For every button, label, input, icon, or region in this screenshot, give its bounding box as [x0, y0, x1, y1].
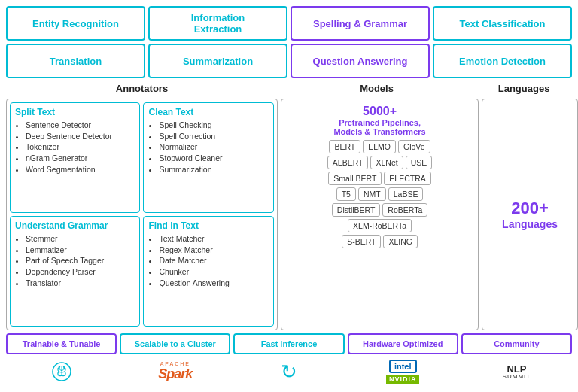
bottom-badges: Trainable & Tunable Scalable to a Cluste… [6, 333, 572, 354]
model-tag: XLM-RoBERTa [348, 219, 412, 232]
badge-fast-inference[interactable]: Fast Inference [233, 333, 344, 354]
logo-nlp-summit: NLP SUMMIT [461, 357, 572, 386]
cap-text-classification[interactable]: Text Classification [433, 6, 572, 41]
list-item: Part of Speech Tagger [26, 255, 135, 266]
brain-icon [50, 360, 74, 384]
model-tag: XLING [383, 235, 418, 248]
models-header: Models [278, 83, 476, 94]
annotator-understand-grammar: Understand Grammar Stemmer Lemmatizer Pa… [10, 216, 140, 327]
cap-translation[interactable]: Translation [6, 44, 145, 78]
model-row: XLM-RoBERTa [286, 219, 473, 232]
clean-text-list: Spell Checking Spell Correction Normaliz… [148, 120, 268, 175]
find-in-text-title: Find in Text [148, 220, 268, 231]
model-row: DistilBERT RoBERTa [286, 203, 473, 217]
cap-question-answering[interactable]: Question Answering [291, 44, 430, 78]
nvidia-logo: NVIDIA [386, 375, 420, 384]
list-item: Word Segmentation [26, 164, 135, 175]
model-row: T5 NMT LaBSE [286, 187, 473, 201]
annotator-clean-text: Clean Text Spell Checking Spell Correcti… [143, 102, 273, 213]
capabilities-grid: Entity Recognition InformationExtraction… [6, 6, 572, 78]
list-item: Sentence Detector [26, 120, 135, 131]
split-text-title: Split Text [15, 107, 135, 117]
cap-summarization[interactable]: Summarization [148, 44, 287, 78]
annotator-find-in-text: Find in Text Text Matcher Regex Matcher … [143, 216, 273, 327]
logo-brain [6, 357, 117, 386]
model-tag: USE [406, 156, 433, 169]
list-item: Summarization [159, 164, 268, 175]
model-row: S-BERT XLING [286, 235, 473, 248]
badge-scalable[interactable]: Scalable to a Cluster [120, 333, 230, 354]
main-wrapper: Entity Recognition InformationExtraction… [0, 0, 578, 392]
list-item: Tokenizer [26, 141, 135, 153]
models-count: 5000+ [363, 104, 397, 118]
model-tag: DistilBERT [332, 203, 381, 217]
intel-logo: intel [389, 360, 417, 373]
list-item: Lemmatizer [26, 245, 135, 256]
model-tag: S-BERT [342, 235, 381, 248]
models-subtitle: Pretrained Pipelines,Models & Transforme… [333, 118, 425, 136]
list-item: Dependency Parser [26, 266, 135, 278]
clean-text-title: Clean Text [148, 107, 268, 117]
list-item: Text Matcher [159, 233, 268, 245]
list-item: Stopword Cleaner [159, 153, 268, 164]
list-item: Spell Correction [159, 131, 268, 142]
spark-logo-text: APACHE Spark [158, 361, 192, 382]
list-item: Date Matcher [159, 255, 268, 266]
languages-label: Languages [502, 218, 558, 230]
model-tag: XLNet [370, 156, 403, 169]
cap-emotion-detection[interactable]: Emotion Detection [433, 44, 572, 78]
cap-spelling-grammar[interactable]: Spelling & Grammar [291, 6, 430, 41]
model-row: Small BERT ELECTRA [286, 172, 473, 185]
badge-trainable[interactable]: Trainable & Tunable [6, 333, 117, 354]
languages-col: 200+ Languages [482, 99, 578, 330]
model-tags-grid: BERT ELMO GloVe ALBERT XLNet USE Small B… [286, 140, 473, 248]
split-text-list: Sentence Detector Deep Sentence Detector… [15, 120, 135, 175]
cap-entity-recognition[interactable]: Entity Recognition [6, 6, 145, 41]
understand-grammar-title: Understand Grammar [15, 220, 135, 231]
logo-spark: APACHE Spark [120, 357, 230, 386]
annotators-col: Split Text Sentence Detector Deep Senten… [6, 99, 278, 330]
understand-grammar-list: Stemmer Lemmatizer Part of Speech Tagger… [15, 233, 135, 288]
annotator-split-text: Split Text Sentence Detector Deep Senten… [10, 102, 140, 213]
bottom-logos: APACHE Spark ↻ intel NVIDIA NLP SUMMIT [6, 357, 572, 386]
model-tag: ELMO [363, 140, 396, 153]
badge-community[interactable]: Community [461, 333, 572, 354]
model-tag: BERT [329, 140, 360, 153]
badge-hardware[interactable]: Hardware Optimized [348, 333, 458, 354]
middle-area: Split Text Sentence Detector Deep Senten… [6, 99, 572, 330]
list-item: Deep Sentence Detector [26, 131, 135, 142]
list-item: Stemmer [26, 233, 135, 245]
model-tag: Small BERT [328, 172, 382, 185]
nlp-summit-logo: NLP SUMMIT [503, 364, 531, 380]
list-item: Chunker [159, 266, 268, 278]
model-tag: ELECTRA [384, 172, 430, 185]
model-tag: GloVe [398, 140, 430, 153]
list-item: Spell Checking [159, 120, 268, 131]
section-headers: Annotators Models Languages [6, 81, 572, 96]
model-tag: ALBERT [327, 156, 369, 169]
logo-intel-nvidia: intel NVIDIA [348, 357, 458, 386]
model-row: ALBERT XLNet USE [286, 156, 473, 169]
find-in-text-list: Text Matcher Regex Matcher Date Matcher … [148, 233, 268, 288]
logo-refresh: ↻ [233, 357, 344, 386]
model-row: BERT ELMO GloVe [286, 140, 473, 153]
list-item: nGram Generator [26, 153, 135, 164]
annotators-header: Annotators [6, 83, 278, 94]
model-tag: RoBERTa [382, 203, 427, 217]
refresh-icon: ↻ [281, 360, 297, 384]
list-item: Regex Matcher [159, 245, 268, 256]
list-item: Normalizer [159, 141, 268, 153]
models-col: 5000+ Pretrained Pipelines,Models & Tran… [281, 99, 479, 330]
model-tag: LaBSE [388, 187, 424, 201]
languages-count: 200+ [511, 199, 549, 218]
cap-information-extraction[interactable]: InformationExtraction [148, 6, 287, 41]
languages-header: Languages [476, 83, 572, 94]
list-item: Question Answering [159, 278, 268, 289]
model-tag: NMT [358, 187, 386, 201]
list-item: Translator [26, 278, 135, 289]
model-tag: T5 [336, 187, 356, 201]
